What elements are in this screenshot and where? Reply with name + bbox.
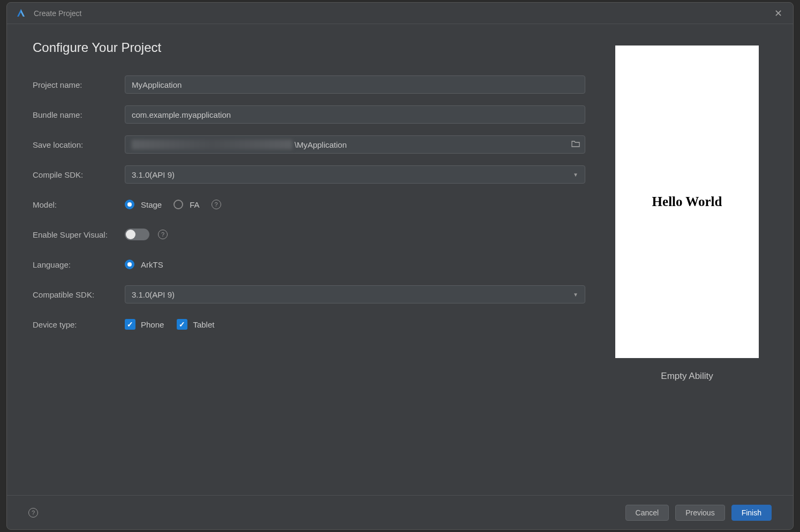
compile-sdk-select[interactable]: 3.1.0(API 9) ▼ bbox=[125, 165, 585, 184]
label-super-visual: Enable Super Visual: bbox=[33, 230, 125, 239]
window-title: Create Project bbox=[34, 9, 772, 18]
row-model: Model: Stage FA ? bbox=[33, 195, 585, 214]
checkbox-tablet-label: Tablet bbox=[193, 320, 214, 329]
chevron-down-icon: ▼ bbox=[573, 172, 578, 178]
titlebar: Create Project ✕ bbox=[7, 3, 793, 24]
bundle-name-input[interactable] bbox=[125, 105, 585, 124]
checkbox-phone-label: Phone bbox=[141, 320, 164, 329]
redacted-path bbox=[132, 140, 292, 149]
create-project-dialog: Create Project ✕ Configure Your Project … bbox=[6, 2, 794, 530]
preview-caption: Empty Ability bbox=[661, 371, 713, 382]
row-compile-sdk: Compile SDK: 3.1.0(API 9) ▼ bbox=[33, 165, 585, 184]
help-icon[interactable]: ? bbox=[28, 508, 38, 518]
row-device-type: Device type: ✓ Phone ✓ Tablet bbox=[33, 315, 585, 333]
row-compatible-sdk: Compatible SDK: 3.1.0(API 9) ▼ bbox=[33, 285, 585, 303]
checkbox-tablet[interactable]: ✓ bbox=[177, 319, 187, 330]
save-location-input[interactable]: \MyApplication bbox=[125, 135, 585, 154]
dialog-footer: ? Cancel Previous Finish bbox=[7, 495, 793, 529]
app-logo-icon bbox=[16, 8, 26, 19]
finish-button[interactable]: Finish bbox=[731, 505, 772, 521]
label-device-type: Device type: bbox=[33, 320, 125, 329]
radio-arkts[interactable] bbox=[125, 260, 134, 269]
label-model: Model: bbox=[33, 200, 125, 209]
previous-button[interactable]: Previous bbox=[675, 505, 724, 521]
dialog-content: Configure Your Project Project name: Bun… bbox=[7, 24, 793, 495]
chevron-down-icon: ▼ bbox=[573, 292, 578, 298]
row-bundle-name: Bundle name: bbox=[33, 105, 585, 124]
label-save-location: Save location: bbox=[33, 140, 125, 149]
checkbox-phone[interactable]: ✓ bbox=[125, 319, 135, 330]
radio-fa[interactable] bbox=[173, 200, 183, 209]
preview-hello-world: Hello World bbox=[652, 194, 722, 209]
preview-area: Hello World Empty Ability bbox=[607, 40, 767, 484]
radio-fa-label: FA bbox=[190, 200, 199, 209]
project-name-input[interactable] bbox=[125, 75, 585, 94]
row-super-visual: Enable Super Visual: ? bbox=[33, 225, 585, 244]
label-bundle-name: Bundle name: bbox=[33, 110, 125, 119]
save-location-suffix: \MyApplication bbox=[295, 140, 347, 149]
help-icon[interactable]: ? bbox=[158, 230, 168, 239]
compatible-sdk-value: 3.1.0(API 9) bbox=[132, 290, 175, 299]
compatible-sdk-select[interactable]: 3.1.0(API 9) ▼ bbox=[125, 285, 585, 303]
row-project-name: Project name: bbox=[33, 75, 585, 94]
radio-stage-label: Stage bbox=[141, 200, 162, 209]
page-heading: Configure Your Project bbox=[33, 40, 585, 55]
cancel-button[interactable]: Cancel bbox=[625, 505, 669, 521]
form-area: Configure Your Project Project name: Bun… bbox=[33, 40, 607, 484]
close-icon[interactable]: ✕ bbox=[772, 7, 784, 19]
radio-arkts-label: ArkTS bbox=[141, 260, 163, 269]
compile-sdk-value: 3.1.0(API 9) bbox=[132, 170, 175, 179]
help-icon[interactable]: ? bbox=[212, 200, 221, 209]
label-compile-sdk: Compile SDK: bbox=[33, 170, 125, 179]
row-language: Language: ArkTS bbox=[33, 255, 585, 273]
label-project-name: Project name: bbox=[33, 80, 125, 89]
template-preview: Hello World bbox=[615, 45, 759, 358]
super-visual-toggle[interactable] bbox=[125, 229, 149, 240]
radio-stage[interactable] bbox=[125, 200, 134, 209]
row-save-location: Save location: \MyApplication bbox=[33, 135, 585, 154]
label-compatible-sdk: Compatible SDK: bbox=[33, 290, 125, 299]
label-language: Language: bbox=[33, 260, 125, 269]
browse-folder-icon[interactable] bbox=[571, 140, 580, 149]
